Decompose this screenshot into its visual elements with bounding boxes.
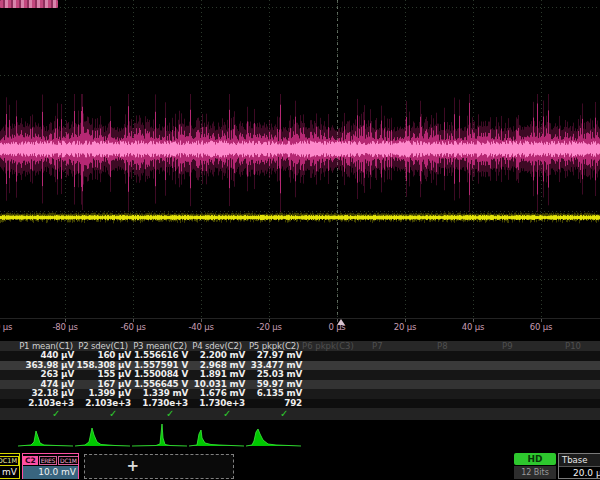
c2-channel-badge: C2 xyxy=(23,456,38,465)
hd-mode-indicator[interactable]: HD 12 Bits xyxy=(514,453,556,479)
histicon-p5 xyxy=(246,422,302,450)
histicon-p4 xyxy=(189,422,245,450)
time-axis-label: -20 µs xyxy=(256,322,281,332)
measure-table: P1 mean(C1)440 µV363.98 µV263 µV474 µV32… xyxy=(0,341,600,420)
c2-volts-per-div: 10.0 mV xyxy=(23,466,78,479)
timebase-descriptor[interactable]: Tbase 20.0 µs xyxy=(558,453,600,479)
time-axis-label: 60 µs xyxy=(530,322,552,332)
param-header-inactive[interactable]: P6 pkpk(C3) xyxy=(302,341,354,351)
histicon-p3 xyxy=(132,422,188,450)
tbase-label: Tbase xyxy=(559,454,600,467)
time-axis-label: -80 µs xyxy=(52,322,77,332)
channel-descriptor-c1[interactable]: DC1M 10.0 mV xyxy=(0,453,20,479)
time-axis-label: -60 µs xyxy=(120,322,145,332)
plus-icon: + xyxy=(126,457,139,475)
channel-descriptor-c2[interactable]: C2ERESDC1M 10.0 mV xyxy=(22,453,79,479)
c2-eres-badge: ERES xyxy=(39,456,57,465)
c1-volts-per-div: 10.0 mV xyxy=(0,466,19,479)
param-header-inactive[interactable]: P7 xyxy=(372,341,383,351)
cropped-top-label xyxy=(0,0,58,8)
time-axis-label: -100 µs xyxy=(0,322,12,332)
time-axis-label: -40 µs xyxy=(188,322,213,332)
histicon-p1 xyxy=(18,422,74,450)
measure-value-P1: 2.103e+3 xyxy=(18,399,74,409)
trigger-time-marker-icon[interactable] xyxy=(337,319,345,325)
param-header-inactive[interactable]: P9 xyxy=(502,341,513,351)
measure-value-P2: 2.103e+3 xyxy=(75,399,131,409)
time-axis-label: 20 µs xyxy=(394,322,416,332)
table-row-band xyxy=(0,408,600,420)
c1-coupling-badge: DC1M xyxy=(0,456,19,466)
bottom-toolbar: DC1M 10.0 mV C2ERESDC1M 10.0 mV + HD 12 … xyxy=(0,451,600,480)
c2-coupling-badge: DC1M xyxy=(58,456,78,465)
tbase-value: 20.0 µs xyxy=(559,467,600,480)
measure-value-P5: 792 xyxy=(246,399,302,409)
add-trace-button[interactable]: + xyxy=(84,454,234,479)
status-check-icon: ✓ xyxy=(280,408,288,420)
waveform-display[interactable] xyxy=(0,0,600,318)
measure-value-P3: 1.730e+3 xyxy=(132,399,188,409)
hd-bits-label: 12 Bits xyxy=(514,466,556,479)
status-check-icon: ✓ xyxy=(166,408,174,420)
time-axis-label: 40 µs xyxy=(462,322,484,332)
hd-badge: HD xyxy=(514,453,556,465)
status-check-icon: ✓ xyxy=(223,408,231,420)
status-check-icon: ✓ xyxy=(109,408,117,420)
histicon-p2 xyxy=(75,422,131,450)
param-header-inactive[interactable]: P10 xyxy=(565,341,581,351)
time-axis: -100 µs-80 µs-60 µs-40 µs-20 µs0 µs20 µs… xyxy=(0,318,600,335)
oscilloscope-screen: -100 µs-80 µs-60 µs-40 µs-20 µs0 µs20 µs… xyxy=(0,0,600,480)
histicon-row xyxy=(0,422,600,451)
param-header-inactive[interactable]: P8 xyxy=(437,341,448,351)
status-check-icon: ✓ xyxy=(52,408,60,420)
measure-value-P4: 1.730e+3 xyxy=(189,399,245,409)
